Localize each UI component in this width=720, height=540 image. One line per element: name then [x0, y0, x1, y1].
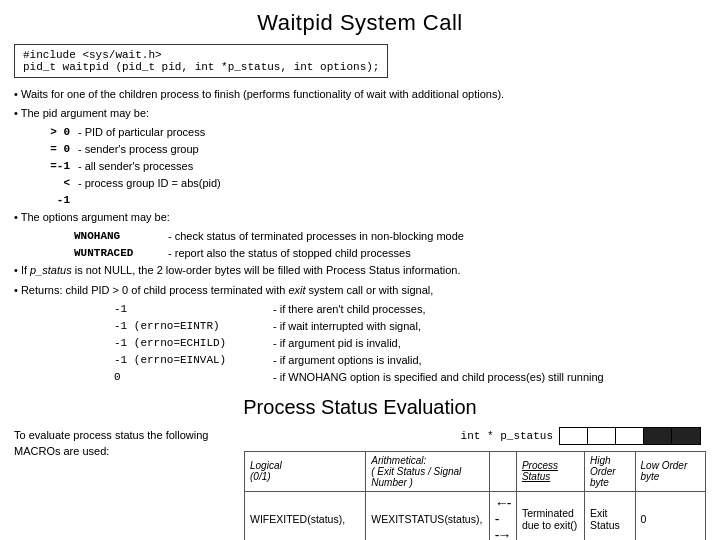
td-col1-0: WIFEXITED(status),	[245, 491, 366, 540]
th-process-status: Process Status	[516, 451, 584, 491]
ret-desc-3: - if argument options is invalid,	[273, 352, 422, 369]
th-arith: Arithmetical:( Exit Status / Signal Numb…	[366, 451, 490, 491]
right-col: int * p_status Logical(0/1) Arithmetical…	[244, 427, 706, 540]
ret-val-2: -1 (errno=ECHILD)	[114, 335, 269, 352]
pstatus-box-2	[616, 428, 644, 444]
pid-desc-1: - sender's process group	[78, 141, 706, 158]
returns-list: -1 - if there aren't child processes, -1…	[114, 301, 706, 386]
page: Waitpid System Call #include <sys/wait.h…	[0, 0, 720, 540]
option-wnohang: WNOHANG - check status of terminated pro…	[74, 228, 706, 245]
ret-desc-0: - if there aren't child processes,	[273, 301, 426, 318]
pid-option-2: =-1 - all sender's processes	[44, 158, 706, 175]
opt-name-1: WUNTRACED	[74, 245, 164, 262]
td-col2-0: WEXITSTATUS(status),	[366, 491, 490, 540]
ret-val-0: -1	[114, 301, 269, 318]
return-item-0: -1 - if there aren't child processes,	[114, 301, 706, 318]
pstatus-diagram: int * p_status	[244, 427, 706, 445]
pstatus-label: int * p_status	[461, 430, 553, 442]
options-bullet: • The options argument may be:	[14, 209, 706, 226]
ret-desc-2: - if argument pid is invalid,	[273, 335, 401, 352]
bottom-section: To evaluate process status the following…	[14, 427, 706, 540]
td-arrow-0: ←- - -→	[489, 491, 516, 540]
left-col: To evaluate process status the following…	[14, 427, 234, 460]
opt-desc-0: - check status of terminated processes i…	[168, 228, 464, 245]
pstatus-boxes	[559, 427, 701, 445]
pid-options: > 0 - PID of particular process = 0 - se…	[44, 124, 706, 209]
pid-desc-2: - all sender's processes	[78, 158, 706, 175]
ret-desc-1: - if wait interrupted with signal,	[273, 318, 421, 335]
return-item-1: -1 (errno=EINTR) - if wait interrupted w…	[114, 318, 706, 335]
return-item-4: 0 - if WNOHANG option is specified and c…	[114, 369, 706, 386]
th-high: High Order byte	[585, 451, 636, 491]
pstatus-box-4	[672, 428, 700, 444]
return-item-3: -1 (errno=EINVAL) - if argument options …	[114, 352, 706, 369]
section-title: Process Status Evaluation	[14, 396, 706, 419]
ret-val-1: -1 (errno=EINTR)	[114, 318, 269, 335]
bullet-pid: • The pid argument may be:	[14, 105, 706, 122]
th-low: Low Order byte	[635, 451, 705, 491]
option-wuntraced: WUNTRACED - report also the status of st…	[74, 245, 706, 262]
return-item-2: -1 (errno=ECHILD) - if argument pid is i…	[114, 335, 706, 352]
left-text: To evaluate process status the following…	[14, 427, 234, 460]
options-list: WNOHANG - check status of terminated pro…	[74, 228, 706, 262]
ret-val-4: 0	[114, 369, 269, 386]
td-desc-0: Terminated due to exit()	[516, 491, 584, 540]
main-title: Waitpid System Call	[14, 10, 706, 36]
pid-option-0: > 0 - PID of particular process	[44, 124, 706, 141]
pid-val-0: > 0	[44, 124, 74, 141]
pstatus-box-1	[588, 428, 616, 444]
pid-val-1: = 0	[44, 141, 74, 158]
ret-desc-4: - if WNOHANG option is specified and chi…	[273, 369, 604, 386]
th-arrow-h	[489, 451, 516, 491]
pstatus-box-0	[560, 428, 588, 444]
table-header-row: Logical(0/1) Arithmetical:( Exit Status …	[245, 451, 706, 491]
opt-name-0: WNOHANG	[74, 228, 164, 245]
returns-bullet: • Returns: child PID > 0 of child proces…	[14, 282, 706, 299]
code-box: #include <sys/wait.h> pid_t waitpid (pid…	[14, 44, 388, 78]
code-signature: pid_t waitpid (pid_t pid, int *p_status,…	[23, 61, 379, 73]
opt-desc-1: - report also the status of stopped chil…	[168, 245, 411, 262]
content-section: • Waits for one of the children process …	[14, 86, 706, 386]
td-high-0: Exit Status	[585, 491, 636, 540]
ret-val-3: -1 (errno=EINVAL)	[114, 352, 269, 369]
macro-table: Logical(0/1) Arithmetical:( Exit Status …	[244, 451, 706, 540]
pid-option-3: < -1 - process group ID = abs(pid)	[44, 175, 706, 209]
pid-option-1: = 0 - sender's process group	[44, 141, 706, 158]
pstatus-box-3	[644, 428, 672, 444]
pid-val-2: =-1	[44, 158, 74, 175]
pid-val-3: < -1	[44, 175, 74, 209]
pid-desc-0: - PID of particular process	[78, 124, 706, 141]
td-low-0: 0	[635, 491, 705, 540]
pid-desc-3: - process group ID = abs(pid)	[78, 175, 706, 209]
table-row: WIFEXITED(status), WEXITSTATUS(status), …	[245, 491, 706, 540]
pstatus-bullet: • If p_status is not NULL, the 2 low-ord…	[14, 262, 706, 279]
th-logical: Logical(0/1)	[245, 451, 366, 491]
code-include: #include <sys/wait.h>	[23, 49, 379, 61]
bullet-waits: • Waits for one of the children process …	[14, 86, 706, 103]
